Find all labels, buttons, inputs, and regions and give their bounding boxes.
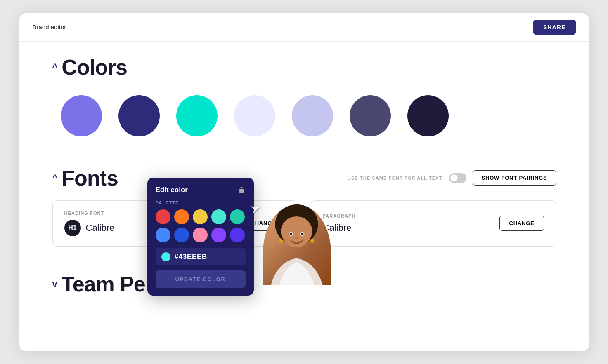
svg-point-6	[290, 233, 292, 235]
update-color-button[interactable]: UPDATE COLOR	[156, 270, 246, 288]
app-container: Brand editor SHARE ^ Colors ^ Fonts	[19, 13, 589, 351]
edit-color-popup: Edit color 🗑 PALETTE UPDATE COLOR	[147, 178, 254, 296]
palette-dot-4[interactable]	[230, 209, 245, 224]
color-input-row	[156, 248, 246, 265]
toggle-knob	[450, 174, 458, 182]
palette-dot-3[interactable]	[211, 209, 226, 224]
woman-photo-inner	[263, 204, 331, 285]
color-preview-dot	[161, 252, 170, 261]
colors-section-title: Colors	[62, 55, 127, 80]
palette-dot-5[interactable]	[156, 228, 170, 242]
color-circle-3[interactable]	[234, 95, 275, 136]
header-title: Brand editor	[33, 23, 66, 31]
fonts-section-title: Fonts	[62, 166, 118, 190]
header: Brand editor SHARE	[19, 13, 589, 42]
heading-font-label: HEADING FONT	[64, 211, 115, 216]
palette-dot-7[interactable]	[193, 228, 208, 242]
fonts-right: USE THE SAME FONT FOR ALL TEXT SHOW FONT…	[348, 170, 556, 186]
same-font-toggle[interactable]	[449, 173, 466, 183]
heading-font-card-left: HEADING FONT H1 Calibre	[64, 211, 115, 236]
colors-chevron-icon[interactable]: ^	[52, 62, 58, 73]
fonts-left: ^ Fonts	[52, 166, 118, 190]
team-chevron-icon[interactable]: v	[52, 279, 57, 289]
fonts-chevron-icon[interactable]: ^	[52, 173, 58, 183]
fonts-header-row: ^ Fonts USE THE SAME FONT FOR ALL TEXT S…	[52, 166, 556, 190]
color-hex-input[interactable]	[175, 253, 240, 261]
popup-title: Edit color	[156, 186, 188, 194]
divider-1	[52, 154, 556, 154]
color-circle-4[interactable]	[292, 95, 333, 136]
heading-font-icon: H1	[64, 220, 81, 236]
color-circle-2[interactable]	[176, 95, 218, 136]
paragraph-font-change-button[interactable]: CHANGE	[499, 216, 544, 231]
heading-font-name: Calibre	[86, 223, 115, 233]
palette-dot-0[interactable]	[156, 209, 170, 224]
color-circle-6[interactable]	[407, 95, 449, 136]
color-circle-0[interactable]	[61, 95, 102, 136]
woman-silhouette	[263, 204, 331, 285]
main-content: ^ Colors ^ Fonts USE THE SAME FONT FOR A…	[19, 42, 589, 321]
share-button[interactable]: SHARE	[533, 20, 576, 35]
palette-dot-1[interactable]	[174, 209, 189, 224]
palette-dot-8[interactable]	[211, 228, 226, 242]
trash-icon[interactable]: 🗑	[238, 186, 246, 195]
palette-label: PALETTE	[156, 200, 246, 205]
palette-dot-9[interactable]	[230, 228, 245, 242]
svg-point-3	[279, 239, 283, 243]
colors-row	[52, 91, 556, 141]
woman-photo	[263, 204, 331, 285]
show-font-pairings-button[interactable]: SHOW FONT PAIRINGS	[473, 170, 556, 186]
color-circle-5[interactable]	[350, 95, 391, 136]
popup-header: Edit color 🗑	[156, 186, 246, 195]
palette-grid	[156, 209, 246, 242]
paragraph-font-card: PARAGRAPH Calibre CHANGE	[311, 200, 556, 247]
svg-point-2	[281, 216, 312, 246]
color-circle-1[interactable]	[118, 95, 160, 136]
palette-dot-6[interactable]	[174, 228, 189, 242]
palette-dot-2[interactable]	[193, 209, 208, 224]
svg-point-4	[310, 239, 315, 243]
colors-section-header: ^ Colors	[52, 55, 556, 80]
same-font-label: USE THE SAME FONT FOR ALL TEXT	[348, 176, 442, 181]
heading-font-name-row: H1 Calibre	[64, 220, 115, 236]
svg-point-8	[301, 233, 304, 235]
